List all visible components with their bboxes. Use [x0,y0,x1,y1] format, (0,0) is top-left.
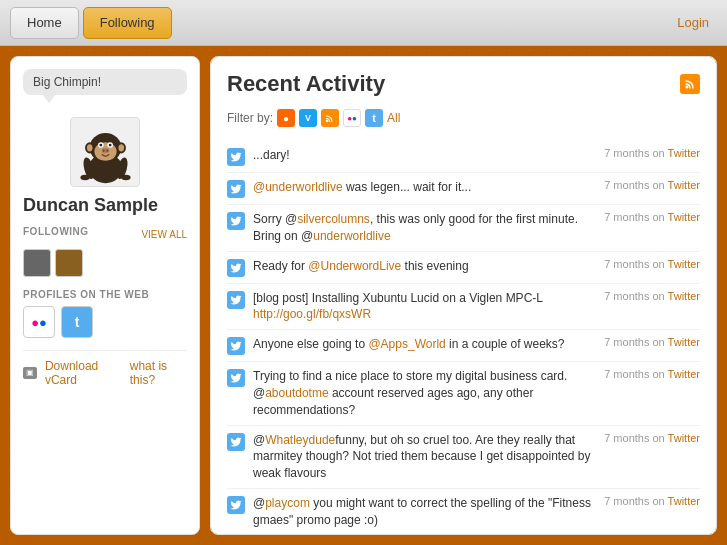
svg-point-3 [86,144,92,151]
svg-point-16 [80,174,89,180]
activity-item: Trying to find a nice place to store my … [227,362,700,425]
content-area: Recent Activity Filter by: ● V ●● t All … [210,56,717,535]
top-navigation: Home Following Login [0,0,727,46]
activity-text: @underworldlive was legen... wait for it… [253,179,596,196]
activity-service-icon [227,337,245,355]
avatar-container [23,117,187,187]
activity-service-icon [227,433,245,451]
activity-text: ...dary! [253,147,596,164]
vcard-icon: ▣ [23,367,37,379]
following-label: FOLLOWING [23,226,89,237]
activity-service-icon [227,259,245,277]
svg-point-19 [326,120,328,122]
activity-meta: 7 months on Twitter [604,179,700,191]
flickr-icon[interactable]: ●● [23,306,55,338]
vcard-section: ▣ Download vCard what is this? [23,350,187,387]
activity-item: [blog post] Installing Xubuntu Lucid on … [227,284,700,331]
svg-point-9 [99,143,102,146]
main-layout: Big Chimpin! [0,46,727,545]
activity-link[interactable]: Whatleydude [265,433,335,447]
activity-item: @Whatleydudefunny, but oh so cruel too. … [227,426,700,489]
activity-link[interactable]: http://goo.gl/fb/qxsWR [253,307,371,321]
content-header: Recent Activity [227,71,700,97]
activity-item: ...dary!7 months on Twitter [227,141,700,173]
content-title: Recent Activity [227,71,385,97]
activity-link[interactable]: @underworldlive [253,180,343,194]
activity-text: @Whatleydudefunny, but oh so cruel too. … [253,432,596,482]
activity-meta: 7 months on Twitter [604,495,700,507]
activity-meta: 7 months on Twitter [604,290,700,302]
activity-text: Sorry @silvercolumns, this was only good… [253,211,596,245]
filter-icon-twitter[interactable]: t [365,109,383,127]
activity-service-icon [227,212,245,230]
activity-service-link[interactable]: Twitter [668,211,700,223]
activity-service-link[interactable]: Twitter [668,147,700,159]
activity-text: [blog post] Installing Xubuntu Lucid on … [253,290,596,324]
svg-point-12 [102,149,104,151]
activity-service-link[interactable]: Twitter [668,290,700,302]
activity-service-link[interactable]: Twitter [668,368,700,380]
activity-service-icon [227,369,245,387]
svg-point-17 [121,174,130,180]
activity-meta: 7 months on Twitter [604,336,700,348]
activity-meta: 7 months on Twitter [604,368,700,380]
login-link[interactable]: Login [677,15,717,30]
activity-link[interactable]: playcom [265,496,310,510]
view-all-link[interactable]: VIEW ALL [141,229,187,240]
twitter-icon[interactable]: t [61,306,93,338]
activity-link[interactable]: @UnderwordLive [308,259,401,273]
activity-meta: 7 months on Twitter [604,147,700,159]
activity-service-icon [227,496,245,514]
activity-service-link[interactable]: Twitter [668,336,700,348]
activity-service-link[interactable]: Twitter [668,495,700,507]
rss-icon[interactable] [680,74,700,94]
svg-point-5 [118,144,124,151]
filter-all-link[interactable]: All [387,111,400,125]
following-section-header: FOLLOWING VIEW ALL [23,226,187,243]
following-avatar-1[interactable] [23,249,51,277]
svg-point-10 [108,143,111,146]
activity-list: ...dary!7 months on Twitter@underworldli… [227,141,700,535]
activity-text: Ready for @UnderwordLive this evening [253,258,596,275]
profile-icons: ●● t [23,306,187,338]
activity-meta: 7 months on Twitter [604,258,700,270]
activity-service-link[interactable]: Twitter [668,432,700,444]
activity-service-icon [227,148,245,166]
profiles-label: PROFILES ON THE WEB [23,289,187,300]
activity-link[interactable]: underworldlive [313,229,390,243]
following-tab[interactable]: Following [83,7,172,39]
filter-icon-vimeo[interactable]: V [299,109,317,127]
activity-service-link[interactable]: Twitter [668,258,700,270]
monkey-image [73,120,138,185]
activity-meta: 7 months on Twitter [604,432,700,444]
filter-icon-flickr[interactable]: ●● [343,109,361,127]
activity-service-icon [227,291,245,309]
sidebar: Big Chimpin! [10,56,200,535]
following-avatar-2[interactable] [55,249,83,277]
activity-item: Ready for @UnderwordLive this evening7 m… [227,252,700,284]
avatar [70,117,140,187]
filter-label: Filter by: [227,111,273,125]
following-avatars [23,249,187,277]
activity-link[interactable]: @Apps_World [368,337,445,351]
activity-text: Anyone else going to @Apps_World in a co… [253,336,596,353]
activity-link[interactable]: aboutdotme [265,386,328,400]
user-name: Duncan Sample [23,195,187,216]
activity-item: Sorry @silvercolumns, this was only good… [227,205,700,252]
download-vcard-link[interactable]: Download vCard [45,359,122,387]
svg-point-18 [686,86,689,89]
filter-icon-rss[interactable] [321,109,339,127]
activity-meta: 7 months on Twitter [604,211,700,223]
activity-item: @playcom you might want to correct the s… [227,489,700,535]
home-tab[interactable]: Home [10,7,79,39]
activity-link[interactable]: silvercolumns [297,212,370,226]
filter-icon-orange[interactable]: ● [277,109,295,127]
svg-point-13 [106,149,108,151]
speech-bubble: Big Chimpin! [23,69,187,95]
filter-bar: Filter by: ● V ●● t All [227,109,700,127]
activity-service-icon [227,180,245,198]
activity-service-link[interactable]: Twitter [668,179,700,191]
what-is-this-link[interactable]: what is this? [130,359,187,387]
activity-text: @playcom you might want to correct the s… [253,495,596,529]
profiles-section: PROFILES ON THE WEB ●● t [23,289,187,338]
